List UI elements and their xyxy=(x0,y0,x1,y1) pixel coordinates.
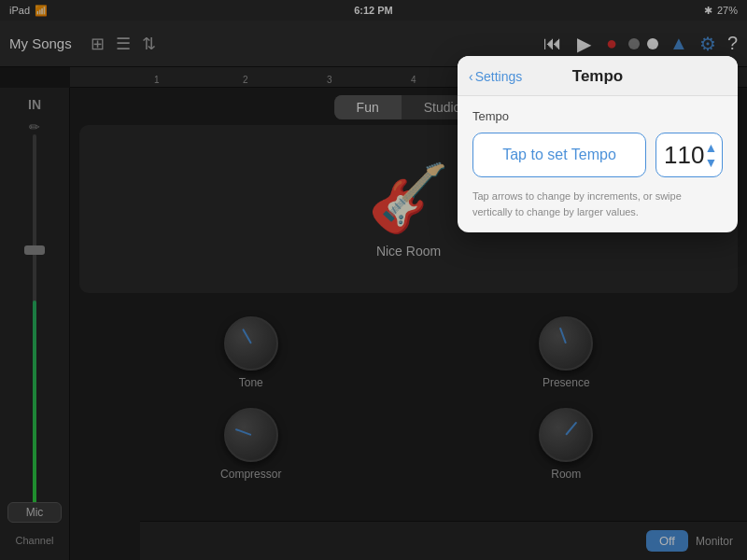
popover-back-button[interactable]: ‹ Settings xyxy=(469,69,522,84)
tempo-controls: Tap to set Tempo 110 ▲ ▼ xyxy=(472,133,723,177)
tempo-down-arrow[interactable]: ▼ xyxy=(704,156,717,169)
popover-hint: Tap arrows to change by increments, or s… xyxy=(472,189,723,219)
popover-title: Tempo xyxy=(572,67,623,86)
tap-tempo-button[interactable]: Tap to set Tempo xyxy=(472,133,646,177)
tempo-popover: ‹ Settings Tempo Tempo Tap to set Tempo … xyxy=(458,56,738,232)
back-chevron-icon: ‹ xyxy=(469,69,473,84)
popover-body: Tempo Tap to set Tempo 110 ▲ ▼ Tap arrow… xyxy=(458,96,738,232)
tempo-value: 110 xyxy=(664,141,704,170)
back-label: Settings xyxy=(475,69,523,84)
popover-header: ‹ Settings Tempo xyxy=(458,56,738,96)
tempo-up-arrow[interactable]: ▲ xyxy=(704,141,717,154)
tempo-value-box: 110 ▲ ▼ xyxy=(655,133,723,177)
tempo-arrows: ▲ ▼ xyxy=(704,141,717,169)
popover-section-label: Tempo xyxy=(472,109,723,123)
